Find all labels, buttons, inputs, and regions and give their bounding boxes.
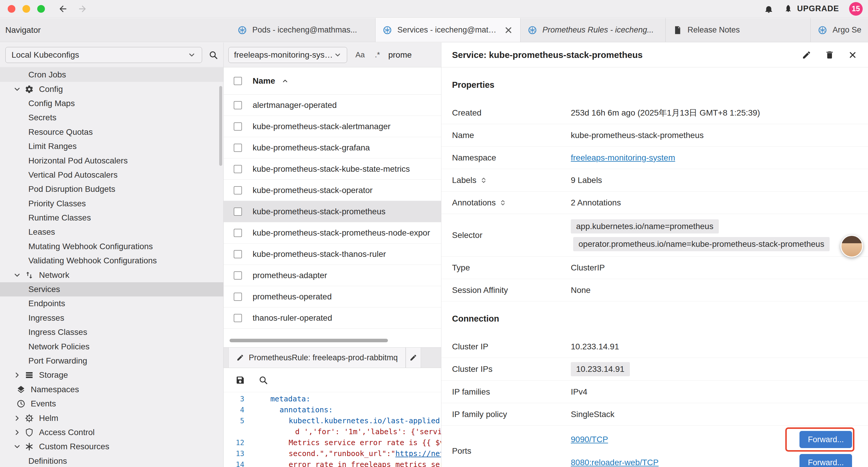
select-all-checkbox[interactable] (234, 77, 242, 85)
sidebar-item-label: Mutating Webhook Configurations (28, 242, 153, 251)
sidebar-item-validating-webhook-configurations[interactable]: Validating Webhook Configurations (0, 254, 223, 268)
row-checkbox[interactable] (234, 122, 242, 130)
sidebar-item-endpoints[interactable]: Endpoints (0, 296, 223, 311)
tab-services-icecheng-math[interactable]: Services - icecheng@math... (375, 18, 521, 42)
detail-link-freeleaps-monitoring-system[interactable]: freeleaps-monitoring-system (571, 153, 675, 162)
service-row-alertmanager-operated[interactable]: alertmanager-operated (224, 95, 441, 116)
sidebar-item-services[interactable]: Services (0, 282, 223, 296)
sidebar-item-pod-disruption-budgets[interactable]: Pod Disruption Budgets (0, 182, 223, 196)
layers-icon (17, 385, 25, 394)
dock-tab-prometheusrule[interactable]: PrometheusRule: freeleaps-prod-rabbitmq (228, 348, 406, 368)
detail-row-session-affinity: Session AffinityNone (441, 279, 868, 301)
namespace-filter[interactable]: freeleaps-monitoring-system (228, 47, 347, 63)
service-row-thanos-ruler-operated[interactable]: thanos-ruler-operated (224, 308, 441, 329)
tab-prometheus-rules-icecheng[interactable]: Prometheus Rules - icecheng... (521, 18, 665, 42)
tab-release-notes[interactable]: Release Notes (665, 18, 811, 42)
sidebar-item-storage[interactable]: Storage (0, 368, 223, 382)
dock-tab-partial[interactable] (406, 348, 421, 368)
sidebar-item-network[interactable]: Network (0, 268, 223, 282)
sidebar-item-definitions[interactable]: Definitions (0, 454, 223, 467)
upgrade-button[interactable]: UPGRADE (783, 4, 839, 13)
notifications-bell-icon[interactable] (764, 4, 773, 13)
horizontal-scrollbar[interactable] (224, 338, 441, 343)
sidebar-item-resource-quotas[interactable]: Resource Quotas (0, 125, 223, 139)
sidebar-item-vertical-pod-autoscalers[interactable]: Vertical Pod Autoscalers (0, 168, 223, 182)
service-row-kube-prometheus-stack-grafana[interactable]: kube-prometheus-stack-grafana (224, 137, 441, 158)
sidebar-item-helm[interactable]: Helm (0, 411, 223, 425)
sidebar-item-mutating-webhook-configurations[interactable]: Mutating Webhook Configurations (0, 239, 223, 254)
value-badge: app.kubernetes.io/name=prometheus (571, 219, 719, 233)
port-link-9090-tcp[interactable]: 9090/TCP (571, 435, 608, 444)
sidebar-item-horizontal-pod-autoscalers[interactable]: Horizontal Pod Autoscalers (0, 153, 223, 168)
back-icon[interactable] (58, 4, 68, 14)
sidebar-item-priority-classes[interactable]: Priority Classes (0, 197, 223, 211)
sidebar-search-icon[interactable] (209, 50, 218, 60)
user-avatar[interactable] (840, 235, 863, 258)
service-row-kube-prometheus-stack-prometheus[interactable]: kube-prometheus-stack-prometheus (224, 201, 441, 222)
sidebar-item-config[interactable]: Config (0, 82, 223, 96)
row-checkbox[interactable] (234, 293, 242, 301)
sidebar-item-ingresses[interactable]: Ingresses (0, 311, 223, 325)
forward-button[interactable]: Forward... (800, 431, 852, 448)
sidebar-item-leases[interactable]: Leases (0, 225, 223, 239)
sidebar-item-limit-ranges[interactable]: Limit Ranges (0, 139, 223, 153)
sidebar-item-label: Leases (28, 227, 55, 237)
tab-close-icon[interactable] (504, 25, 513, 35)
service-row-kube-prometheus-stack-prometheus-node-expor[interactable]: kube-prometheus-stack-prometheus-node-ex… (224, 222, 441, 243)
sidebar-item-ingress-classes[interactable]: Ingress Classes (0, 325, 223, 339)
line-number: 13 (224, 449, 253, 458)
sidebar-item-port-forwarding[interactable]: Port Forwarding (0, 354, 223, 368)
minimize-window-button[interactable] (23, 5, 30, 13)
service-row-kube-prometheus-stack-thanos-ruler[interactable]: kube-prometheus-stack-thanos-ruler (224, 243, 441, 265)
service-row-kube-prometheus-stack-operator[interactable]: kube-prometheus-stack-operator (224, 180, 441, 201)
close-window-button[interactable] (8, 5, 16, 13)
sidebar-item-namespaces[interactable]: Namespaces (0, 382, 223, 397)
service-row-prometheus-adapter[interactable]: prometheus-adapter (224, 265, 441, 286)
forward-icon[interactable] (78, 4, 88, 14)
sidebar-item-secrets[interactable]: Secrets (0, 111, 223, 125)
horizontal-scrollbar-thumb[interactable] (229, 339, 388, 342)
sidebar-item-access-control[interactable]: Access Control (0, 425, 223, 439)
delete-icon[interactable] (825, 50, 834, 60)
service-row-kube-prometheus-stack-alertmanager[interactable]: kube-prometheus-stack-alertmanager (224, 116, 441, 137)
row-checkbox[interactable] (234, 314, 242, 322)
service-row-prometheus-operated[interactable]: prometheus-operated (224, 286, 441, 308)
unfold-icon[interactable] (499, 199, 506, 206)
save-icon[interactable] (236, 375, 245, 385)
sidebar-item-cron-jobs[interactable]: Cron Jobs (0, 68, 223, 82)
search-query[interactable]: prome (388, 50, 411, 60)
regex-toggle[interactable]: .* (373, 49, 382, 61)
sidebar-scrollbar[interactable] (219, 86, 222, 166)
close-icon[interactable] (848, 50, 857, 60)
yaml-editor[interactable]: 3metadata:4annotations:5kubectl.kubernet… (224, 392, 441, 467)
match-case-toggle[interactable]: Aa (354, 49, 367, 61)
row-checkbox[interactable] (234, 250, 242, 258)
kubeconfig-selector[interactable]: Local Kubeconfigs (5, 47, 202, 63)
tab-pods-icecheng-mathmas[interactable]: Pods - icecheng@mathmas... (230, 18, 375, 42)
port-link-8080-reloader-web-tcp[interactable]: 8080:reloader-web/TCP (571, 458, 658, 467)
row-checkbox[interactable] (234, 271, 242, 280)
sidebar-item-custom-resources[interactable]: Custom Resources (0, 439, 223, 454)
unfold-icon[interactable] (480, 177, 487, 184)
detail-row-ip-family-policy: IP family policySingleStack (441, 403, 868, 426)
edit-icon[interactable] (802, 50, 811, 60)
row-checkbox[interactable] (234, 165, 242, 173)
navigator-tab[interactable]: Navigator (5, 25, 41, 35)
row-checkbox[interactable] (234, 144, 242, 152)
sidebar-item-config-maps[interactable]: Config Maps (0, 96, 223, 111)
service-row-kube-prometheus-stack-kube-state-metrics[interactable]: kube-prometheus-stack-kube-state-metrics (224, 158, 441, 180)
name-column-header[interactable]: Name (253, 76, 275, 86)
row-checkbox[interactable] (234, 229, 242, 237)
row-checkbox[interactable] (234, 207, 242, 216)
sidebar-item-runtime-classes[interactable]: Runtime Classes (0, 211, 223, 225)
row-checkbox[interactable] (234, 101, 242, 109)
notification-badge[interactable]: 15 (849, 2, 863, 16)
tab-argo-se[interactable]: Argo Se (811, 18, 868, 42)
forward-button[interactable]: Forward... (800, 454, 852, 467)
editor-search-icon[interactable] (258, 375, 268, 385)
asterisk-icon (25, 442, 34, 451)
row-checkbox[interactable] (234, 186, 242, 195)
sidebar-item-events[interactable]: Events (0, 397, 223, 411)
sidebar-item-network-policies[interactable]: Network Policies (0, 339, 223, 353)
maximize-window-button[interactable] (37, 5, 45, 13)
